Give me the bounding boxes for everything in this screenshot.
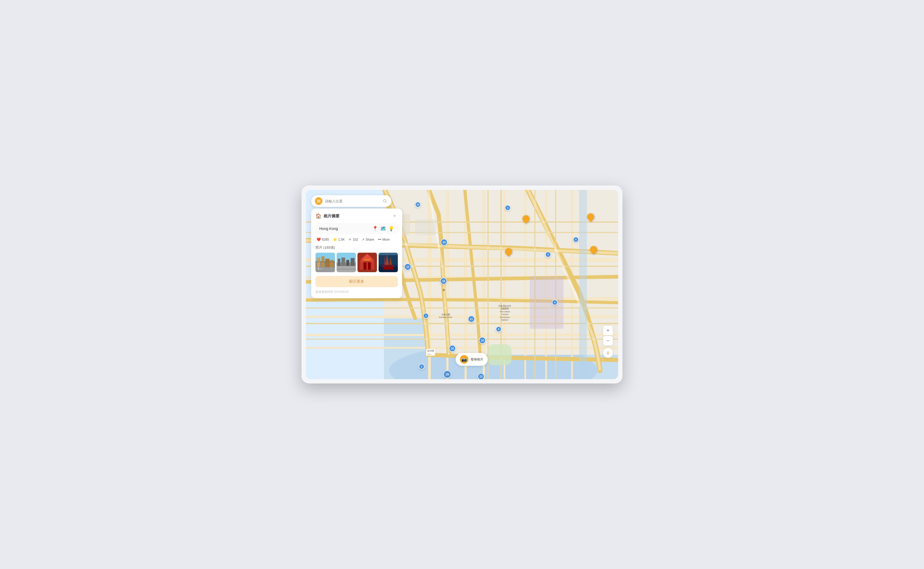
marker-24[interactable]: 24	[441, 239, 448, 246]
svg-rect-27	[415, 219, 436, 235]
last-updated-label: 最後更新時間	[316, 290, 333, 293]
marker-18[interactable]: 18	[440, 278, 447, 284]
search-input[interactable]	[325, 199, 382, 203]
rating-stat: ⭐ 1.5K	[333, 237, 345, 242]
search-bar[interactable]	[311, 195, 391, 207]
panel-icon: 🏠	[316, 213, 321, 219]
svg-rect-73	[378, 253, 398, 255]
location-person-icon: 🗺️	[380, 226, 386, 231]
location-pin-icon: 📍	[372, 226, 378, 231]
search-icon-btn[interactable]	[382, 198, 388, 204]
orange-pin-2[interactable]	[505, 248, 512, 255]
svg-rect-63	[362, 261, 363, 263]
marker-11[interactable]: 11	[468, 315, 475, 323]
svg-rect-33	[317, 202, 321, 202]
menu-icon[interactable]	[315, 197, 322, 205]
svg-line-35	[386, 202, 387, 203]
svg-rect-42	[316, 261, 335, 263]
publish-button[interactable]: 📷 發佈相片	[456, 353, 488, 366]
publish-label: 發佈相片	[471, 357, 483, 362]
photos-grid	[316, 253, 398, 272]
marker-2-top[interactable]: 2	[505, 205, 511, 211]
star-icon: ⭐	[333, 237, 337, 242]
location-bulb-icon: 💡	[388, 226, 394, 231]
marker-13-bottom[interactable]: 13	[477, 373, 485, 379]
tsim-marker-label: 尖沙咀Tsim	[426, 349, 435, 356]
panel-title-group: 🏠 相片摘要	[316, 213, 340, 219]
likes-stat: ❤️ 6285	[316, 237, 329, 242]
photos-label: 照片 (165張)	[316, 245, 398, 250]
share-icon: ↗	[362, 238, 365, 242]
marker-3-mid[interactable]: 3	[552, 300, 558, 305]
svg-rect-71	[378, 265, 398, 266]
last-updated: 最後更新時間 2023/06/25	[316, 290, 398, 294]
svg-rect-48	[338, 259, 340, 268]
svg-rect-28	[579, 190, 587, 379]
stats-row: ❤️ 6285 ⭐ 1.5K 👁 102 ↗ Share ••• More	[316, 237, 398, 242]
more-dots-icon: •••	[378, 238, 381, 242]
kp-en: Kowloon Park	[439, 316, 452, 318]
eye-icon: 👁	[348, 238, 352, 242]
svg-rect-31	[317, 200, 321, 200]
marker-10[interactable]: 10	[415, 202, 421, 207]
views-count: 102	[353, 238, 358, 242]
rating-count: 1.5K	[338, 238, 345, 242]
share-stat[interactable]: ↗ Share	[362, 238, 374, 242]
heart-icon: ❤️	[316, 237, 321, 242]
camera-icon: 📷	[460, 355, 468, 364]
svg-rect-53	[337, 269, 356, 270]
orange-pin-1[interactable]	[523, 215, 529, 222]
svg-rect-29	[530, 277, 564, 329]
marker-13-left[interactable]: 13	[404, 263, 411, 270]
svg-rect-64	[372, 261, 372, 263]
svg-rect-60	[363, 259, 371, 260]
more-stat[interactable]: ••• More	[378, 238, 389, 242]
marker-8[interactable]: 8	[496, 326, 502, 332]
share-label: Share	[365, 238, 374, 242]
panel-close-button[interactable]: ×	[391, 213, 398, 219]
marker-14[interactable]: 14	[479, 337, 486, 344]
more-label: More	[382, 238, 389, 242]
location-name: Hong Kong	[319, 227, 338, 231]
svg-rect-59	[368, 262, 371, 269]
marker-3-right[interactable]: 3	[545, 252, 551, 257]
marker-2-bottom[interactable]: 2	[419, 364, 425, 370]
marker-29[interactable]: 29	[443, 370, 451, 378]
svg-rect-58	[363, 262, 366, 269]
svg-rect-51	[351, 258, 354, 267]
map-controls: + −	[603, 326, 613, 358]
svg-rect-49	[341, 257, 345, 267]
panel-title: 相片摘要	[324, 214, 340, 219]
uc-text: 市政局紀念年花園西區The UrbanCouncilCentenaryGarde…	[498, 305, 511, 321]
svg-rect-40	[325, 259, 330, 268]
orange-pin-3[interactable]	[587, 213, 594, 220]
photo-thumb-3[interactable]	[357, 253, 377, 272]
marker-16[interactable]: 16	[449, 345, 456, 352]
last-updated-date-value: 2023/06/25	[334, 290, 349, 293]
photo-panel: 🏠 相片摘要 × Hong Kong 📍 🗺️ 💡 ❤️ 6285	[311, 208, 402, 298]
photo-thumb-2[interactable]	[337, 253, 356, 272]
svg-rect-32	[317, 201, 321, 201]
urban-council-label: 市政局紀念年花園西區The UrbanCouncilCentenaryGarde…	[498, 305, 511, 321]
marker-5[interactable]: 5	[573, 237, 579, 242]
show-more-button[interactable]: 顯示更多	[316, 276, 398, 287]
svg-rect-44	[318, 268, 319, 269]
zoom-out-button[interactable]: −	[603, 336, 613, 345]
zoom-in-button[interactable]: +	[603, 326, 613, 335]
svg-rect-41	[330, 260, 333, 267]
kowloon-park-label: 九龍公園 Kowloon Park	[439, 313, 452, 319]
kp-zh: 九龍公園	[441, 313, 450, 316]
marker-3-left[interactable]: 3	[423, 313, 429, 319]
map-container: 防波堤 Breakwater 九龍公園 Kowloon Park 市政局紀念年花…	[306, 190, 618, 379]
panel-header: 🏠 相片摘要 ×	[316, 213, 398, 219]
location-row: Hong Kong 📍 🗺️ 💡	[316, 223, 398, 234]
photo-thumb-4[interactable]	[378, 253, 398, 272]
compass-button[interactable]	[603, 348, 613, 358]
svg-rect-72	[381, 266, 395, 267]
views-stat: 👁 102	[348, 238, 358, 242]
location-icons: 📍 🗺️ 💡	[372, 226, 394, 231]
svg-rect-30	[488, 344, 511, 365]
orange-pin-4[interactable]	[590, 246, 597, 253]
svg-rect-21	[483, 190, 485, 379]
photo-thumb-1[interactable]	[316, 253, 335, 272]
